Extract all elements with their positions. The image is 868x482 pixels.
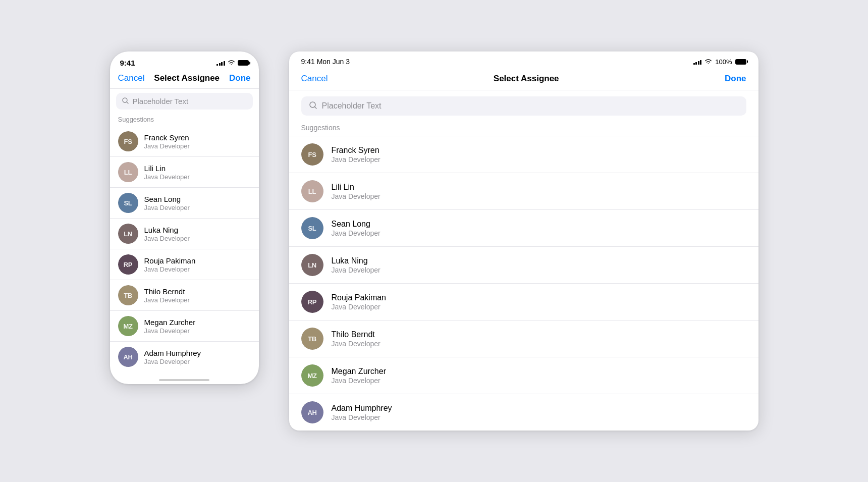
tablet-search-bar[interactable]: Placeholder Text [301,96,746,116]
svg-line-3 [315,107,316,109]
person-role: Java Developer [332,155,381,164]
person-info: Lili Lin Java Developer [144,164,190,181]
avatar: RP [301,291,323,313]
tablet-battery-icon [735,59,746,65]
person-info: Rouja Pakiman Java Developer [144,256,196,273]
person-info: Lili Lin Java Developer [332,183,381,200]
avatar: AH [301,401,323,423]
person-name: Rouja Pakiman [332,293,387,302]
tablet-cancel-button[interactable]: Cancel [301,74,328,84]
svg-point-2 [310,102,315,108]
person-role: Java Developer [332,377,387,385]
person-name: Thilo Berndt [144,287,190,296]
person-role: Java Developer [144,204,190,211]
person-name: Sean Long [144,195,190,203]
person-info: Megan Zurcher Java Developer [332,367,387,385]
list-item[interactable]: SL Sean Long Java Developer [110,188,259,219]
person-name: Lili Lin [144,164,190,173]
person-name: Lili Lin [332,183,381,192]
list-item[interactable]: MZ Megan Zurcher Java Developer [110,311,259,342]
phone-status-bar: 9:41 [110,51,259,70]
avatar: MZ [301,364,323,387]
tablet-signal-bar-2 [695,62,697,65]
tablet-wifi-icon [704,59,712,65]
tablet-mockup: 9:41 Mon Jun 3 100% [289,51,758,431]
person-name: Luka Ning [144,226,190,234]
tablet-signal-bar-3 [698,61,699,65]
avatar: FS [118,131,138,151]
wifi-icon [228,60,235,66]
list-item[interactable]: MZ Megan Zurcher Java Developer [289,357,758,394]
person-info: Rouja Pakiman Java Developer [332,293,387,311]
avatar: TB [301,328,323,350]
phone-search-bar[interactable]: Placeholder Text [116,93,253,110]
avatar: LL [118,162,138,182]
tablet-signal-bars-icon [693,59,702,65]
phone-suggestions-label: Suggestions [110,114,259,126]
phone-nav: Cancel Select Assignee Done [110,70,259,89]
avatar: LN [301,254,323,276]
person-name: Megan Zurcher [332,367,387,376]
list-item[interactable]: TB Thilo Berndt Java Developer [110,280,259,311]
svg-line-1 [127,102,128,103]
tablet-time: 9:41 Mon Jun 3 [301,58,350,66]
list-item[interactable]: RP Rouja Pakiman Java Developer [110,249,259,280]
list-item[interactable]: RP Rouja Pakiman Java Developer [289,284,758,320]
avatar: RP [118,254,138,275]
list-item[interactable]: AH Adam Humphrey Java Developer [110,342,259,372]
phone-person-list: FS Franck Syren Java Developer LL Lili L… [110,126,259,372]
person-role: Java Developer [144,296,190,304]
tablet-search-placeholder: Placeholder Text [322,101,382,111]
list-item[interactable]: LL Lili Lin Java Developer [110,157,259,188]
person-role: Java Developer [144,358,201,365]
list-item[interactable]: LN Luka Ning Java Developer [289,247,758,284]
avatar: SL [301,217,323,239]
list-item[interactable]: AH Adam Humphrey Java Developer [289,394,758,431]
phone-nav-title: Select Assignee [154,73,220,83]
person-info: Franck Syren Java Developer [144,133,190,150]
avatar: LN [118,224,138,244]
tablet-done-button[interactable]: Done [725,74,746,84]
person-role: Java Developer [144,142,190,150]
person-role: Java Developer [332,340,381,348]
list-item[interactable]: LN Luka Ning Java Developer [110,219,259,249]
signal-bars-icon [216,60,225,66]
person-info: Sean Long Java Developer [332,220,381,237]
person-info: Adam Humphrey Java Developer [332,404,392,421]
signal-bar-3 [221,62,223,66]
person-info: Adam Humphrey Java Developer [144,349,201,365]
tablet-right-icons: 100% [693,58,746,66]
phone-mockup: 9:41 Cancel [110,51,259,384]
person-info: Luka Ning Java Developer [332,256,381,274]
battery-icon [238,60,249,66]
person-info: Megan Zurcher Java Developer [144,318,196,335]
person-info: Franck Syren Java Developer [332,146,381,164]
page-wrapper: 9:41 Cancel [70,21,799,461]
avatar: AH [118,347,138,367]
person-name: Megan Zurcher [144,318,196,327]
person-role: Java Developer [144,173,190,181]
list-item[interactable]: SL Sean Long Java Developer [289,210,758,247]
tablet-suggestions-label: Suggestions [289,122,758,136]
person-name: Luka Ning [332,256,381,265]
tablet-person-list: FS Franck Syren Java Developer LL Lili L… [289,136,758,431]
phone-done-button[interactable]: Done [229,73,251,83]
phone-cancel-button[interactable]: Cancel [118,73,145,83]
list-item[interactable]: FS Franck Syren Java Developer [289,136,758,173]
person-name: Franck Syren [144,133,190,142]
person-info: Thilo Berndt Java Developer [332,330,381,348]
tablet-nav-title: Select Assignee [494,74,559,84]
person-info: Luka Ning Java Developer [144,226,190,242]
avatar: TB [118,285,138,305]
tablet-signal-bar-1 [693,63,695,65]
phone-search-placeholder: Placeholder Text [133,97,189,105]
person-name: Rouja Pakiman [144,256,196,265]
person-info: Thilo Berndt Java Developer [144,287,190,304]
list-item[interactable]: FS Franck Syren Java Developer [110,126,259,157]
signal-bar-1 [216,64,218,66]
list-item[interactable]: LL Lili Lin Java Developer [289,173,758,210]
person-role: Java Developer [332,303,387,311]
avatar: MZ [118,316,138,336]
avatar: SL [118,193,138,213]
list-item[interactable]: TB Thilo Berndt Java Developer [289,320,758,357]
